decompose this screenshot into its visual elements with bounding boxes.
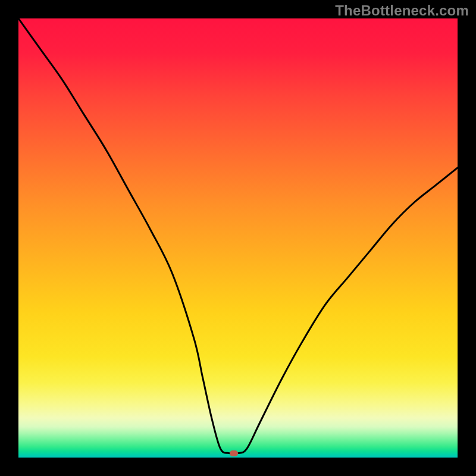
bottleneck-curve [18, 18, 458, 454]
min-marker [230, 450, 238, 456]
curve-svg [18, 18, 458, 458]
chart-area [18, 18, 458, 458]
watermark-text: TheBottleneck.com [335, 2, 469, 19]
figure-root: TheBottleneck.com [0, 0, 476, 476]
